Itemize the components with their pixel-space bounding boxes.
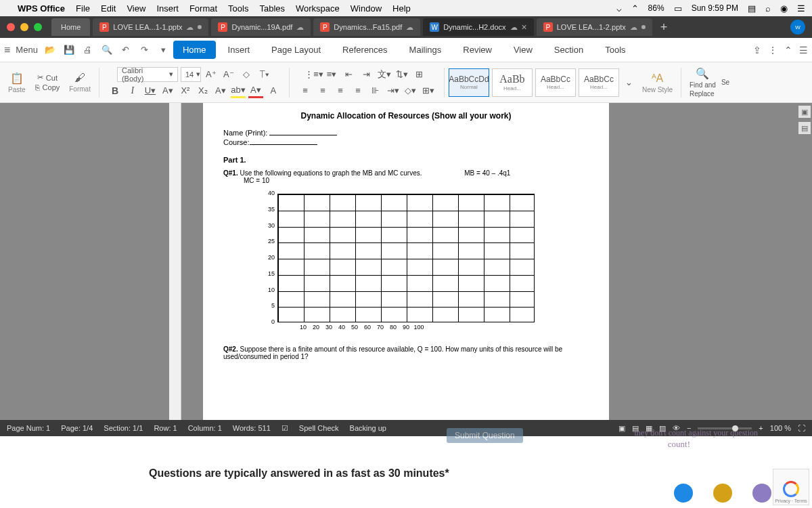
status-words[interactable]: Words: 511: [233, 424, 271, 432]
status-spell[interactable]: Spell Check: [299, 424, 339, 432]
ribbon-tab-mailings[interactable]: Mailings: [400, 41, 451, 59]
format-painter-icon[interactable]: 🖌: [74, 72, 85, 84]
style-heading2[interactable]: AaBbCcHead...: [535, 68, 576, 97]
spell-check-icon[interactable]: ☑: [281, 424, 288, 433]
home-tab[interactable]: Home: [51, 18, 90, 36]
number-list-button[interactable]: ≡▾: [324, 67, 339, 82]
undo-icon[interactable]: ↶: [119, 45, 133, 55]
document-tab[interactable]: PLOVE LEA...1-1.pptx☁: [93, 18, 208, 36]
submit-question-button[interactable]: Submit Question: [447, 428, 523, 443]
decrease-indent-button[interactable]: ⇤: [342, 67, 357, 82]
menu-tools[interactable]: Tools: [228, 3, 248, 14]
align-left-button[interactable]: ≡: [298, 83, 313, 98]
shading-button[interactable]: ◇▾: [403, 83, 418, 98]
document-tab[interactable]: PDynamic...19A.pdf☁: [211, 18, 311, 36]
status-column[interactable]: Column: 1: [188, 424, 222, 432]
new-tab-button[interactable]: +: [655, 20, 673, 35]
cut-label[interactable]: Cut: [46, 74, 58, 82]
minimize-window-button[interactable]: [20, 23, 28, 31]
maximize-window-button[interactable]: [34, 23, 42, 31]
document-tab[interactable]: PLOVE LEA...1-2.pptx☁: [537, 18, 652, 36]
strikethrough-button[interactable]: A▾: [160, 83, 175, 98]
ribbon-tab-insert[interactable]: Insert: [219, 41, 260, 59]
close-tab-icon[interactable]: ×: [522, 22, 527, 33]
cut-icon[interactable]: ✂: [37, 73, 43, 82]
ribbon-tab-references[interactable]: References: [333, 41, 397, 59]
dropdown-icon[interactable]: ▾: [157, 45, 171, 55]
wifi-icon[interactable]: ⌃: [631, 3, 639, 14]
trophy-icon[interactable]: [713, 484, 732, 503]
zoom-percent[interactable]: 100 %: [770, 424, 791, 432]
menu-tables[interactable]: Tables: [259, 3, 285, 14]
select-label[interactable]: Se: [721, 79, 729, 86]
menu-edit[interactable]: Edit: [101, 3, 116, 14]
underline-button[interactable]: U▾: [143, 83, 158, 98]
battery-percent[interactable]: 86%: [648, 3, 664, 13]
bold-button[interactable]: B: [108, 83, 122, 98]
collapse-ribbon-icon[interactable]: ⌃: [784, 45, 792, 56]
format-options-button[interactable]: ⟙▾: [256, 67, 271, 82]
text-direction-button[interactable]: 文▾: [377, 67, 392, 82]
font-size-select[interactable]: 14▾: [181, 67, 201, 82]
text-effects-button[interactable]: A▾: [213, 83, 228, 98]
tab-stops-button[interactable]: ⇥▾: [386, 83, 401, 98]
hamburger-icon[interactable]: ≡: [4, 44, 10, 56]
close-window-button[interactable]: [7, 23, 15, 31]
style-normal[interactable]: AaBbCcDdNormal: [449, 68, 489, 97]
siri-icon[interactable]: ◉: [780, 3, 788, 14]
globe-icon[interactable]: [674, 484, 693, 503]
share-icon[interactable]: ⇪: [753, 45, 761, 56]
redo-icon[interactable]: ↷: [138, 45, 152, 55]
fullscreen-icon[interactable]: ⛶: [798, 424, 805, 432]
style-heading3[interactable]: AaBbCcHead...: [579, 68, 619, 97]
enclose-button[interactable]: A: [266, 83, 281, 98]
ribbon-tab-tools[interactable]: Tools: [595, 41, 635, 59]
wps-badge-icon[interactable]: W: [790, 20, 805, 35]
justify-button[interactable]: ≡: [351, 83, 365, 98]
ribbon-tab-home[interactable]: Home: [173, 41, 216, 59]
increase-indent-button[interactable]: ⇥: [359, 67, 374, 82]
menu-help[interactable]: Help: [392, 3, 411, 14]
align-center-button[interactable]: ≡: [315, 83, 330, 98]
more-icon[interactable]: ⋮: [768, 45, 777, 56]
sidebar-toggle-icon[interactable]: ☰: [799, 45, 808, 56]
menu-file[interactable]: File: [76, 3, 90, 14]
document-tab[interactable]: PDynamics...Fa15.pdf☁: [313, 18, 420, 36]
document-tab-active[interactable]: WDynamic...H2.docx☁×: [423, 18, 534, 36]
side-panel-icon[interactable]: ▣: [798, 106, 811, 118]
building-icon[interactable]: [752, 484, 771, 503]
open-icon[interactable]: 📂: [43, 45, 57, 55]
print-preview-icon[interactable]: 🔍: [100, 45, 114, 55]
flag-icon[interactable]: ▤: [748, 3, 756, 14]
replace-label[interactable]: Replace: [690, 90, 716, 98]
app-name[interactable]: WPS Office: [18, 3, 65, 14]
ribbon-tab-review[interactable]: Review: [453, 41, 501, 59]
superscript-button[interactable]: X²: [178, 83, 193, 98]
menu-format[interactable]: Format: [189, 3, 217, 14]
menu-insert[interactable]: Insert: [156, 3, 179, 14]
status-row[interactable]: Row: 1: [154, 424, 177, 432]
document-page[interactable]: Dynamic Allocation of Resources (Show al…: [203, 103, 609, 420]
font-family-select[interactable]: Calibri (Body)▾: [117, 67, 178, 82]
align-right-button[interactable]: ≡: [333, 83, 348, 98]
bluetooth-icon[interactable]: ⌵: [616, 3, 622, 14]
highlight-button[interactable]: ab▾: [231, 83, 246, 98]
status-section[interactable]: Section: 1/1: [104, 424, 143, 432]
find-label[interactable]: Find and: [690, 81, 716, 89]
grow-font-button[interactable]: A⁺: [204, 67, 219, 82]
font-color-button[interactable]: A▾: [248, 83, 263, 98]
distribute-button[interactable]: ⊪: [368, 83, 383, 98]
copy-icon[interactable]: ⎘: [35, 83, 40, 91]
styles-more-button[interactable]: ⌄: [622, 75, 637, 90]
battery-icon[interactable]: ▭: [674, 3, 682, 14]
menu-button[interactable]: Menu: [16, 45, 38, 55]
shrink-font-button[interactable]: A⁻: [221, 67, 236, 82]
paste-icon[interactable]: 📋: [10, 72, 24, 85]
save-icon[interactable]: 💾: [62, 45, 76, 55]
ribbon-tab-pagelayout[interactable]: Page Layout: [262, 41, 330, 59]
find-icon[interactable]: 🔍: [696, 67, 709, 80]
style-heading1[interactable]: AaBbHead...: [492, 68, 533, 97]
show-marks-button[interactable]: ⊞: [412, 67, 427, 82]
status-pagenum[interactable]: Page Num: 1: [7, 424, 50, 432]
menu-window[interactable]: Window: [351, 3, 382, 14]
